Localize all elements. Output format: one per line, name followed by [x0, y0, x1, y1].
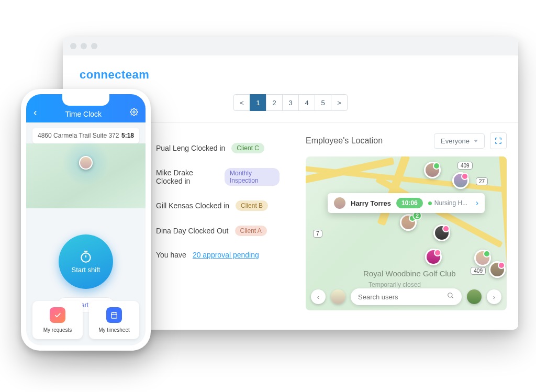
- panel-title: Employee's Location: [306, 136, 383, 145]
- tooltip-time: 10:06: [396, 198, 423, 208]
- route-shield: 7: [313, 230, 322, 238]
- employee-pin[interactable]: [452, 172, 469, 189]
- chevron-right-icon[interactable]: ›: [476, 198, 478, 208]
- search-icon: [447, 292, 454, 301]
- tooltip-name: Harry Torres: [351, 199, 391, 207]
- tile-label: My requests: [43, 327, 72, 333]
- screen-title: Time Clock: [65, 110, 102, 118]
- feed-text: Mike Drake Clocked in: [156, 169, 218, 185]
- svg-point-0: [448, 293, 452, 297]
- employee-pin[interactable]: [424, 162, 441, 178]
- route-shield: 409: [471, 267, 486, 275]
- feed-chip: Client C: [231, 143, 264, 153]
- carousel-prev[interactable]: ‹: [311, 289, 326, 304]
- settings-icon[interactable]: [130, 108, 138, 118]
- window-close-dot[interactable]: [70, 43, 76, 49]
- pager-next[interactable]: >: [331, 94, 348, 111]
- employee-tooltip[interactable]: Harry Torres 10:06 Nursing H... ›: [328, 193, 485, 213]
- my-location-pin[interactable]: [79, 156, 93, 170]
- elapsed-time: 5:18: [121, 132, 134, 139]
- address-text: 4860 Carmela Trail Suite 372: [38, 132, 119, 139]
- start-shift-button[interactable]: Start shift: [59, 234, 113, 289]
- feed-text: Gill Kensas Clocked in: [156, 201, 229, 210]
- window-min-dot[interactable]: [81, 43, 87, 49]
- feed-footer-text: You have: [156, 251, 186, 259]
- phone-map[interactable]: [26, 143, 146, 208]
- pager-page-4[interactable]: 4: [298, 94, 315, 111]
- route-shield: 409: [457, 162, 473, 170]
- pager-page-1[interactable]: 1: [250, 94, 266, 111]
- back-button[interactable]: ‹: [34, 106, 37, 118]
- pager-page-5[interactable]: 5: [315, 94, 331, 111]
- feed-text: Pual Leng Clocked in: [156, 144, 225, 152]
- route-shield: 27: [476, 177, 488, 185]
- map[interactable]: 409 27 7 409 Royal Woodbine Golf Club Te…: [306, 156, 507, 310]
- pager-prev[interactable]: <: [233, 94, 250, 111]
- employee-pin[interactable]: [474, 250, 491, 266]
- checkmark-icon: [50, 307, 65, 323]
- svg-point-1: [133, 111, 135, 113]
- search-users-input[interactable]: [351, 288, 462, 305]
- phone-mockup: ‹ Time Clock 4860 Carmela Trail Suite 37…: [21, 89, 151, 351]
- feed-chip: Monthly Inspection: [225, 168, 280, 186]
- feed-chip: Client A: [235, 226, 267, 236]
- calendar-icon: [106, 307, 122, 323]
- feed-chip: Client B: [236, 200, 268, 211]
- expand-button[interactable]: [490, 132, 507, 149]
- filter-label: Everyone: [441, 137, 470, 145]
- map-user-carousel: ‹ ›: [311, 288, 501, 305]
- phone-notch: [62, 94, 109, 106]
- employee-pin[interactable]: [489, 261, 506, 278]
- window-max-dot[interactable]: [91, 43, 97, 49]
- start-shift-label: Start shift: [72, 266, 100, 274]
- pager-page-2[interactable]: 2: [266, 94, 283, 111]
- employee-location-panel: Employee's Location Everyone: [294, 123, 518, 330]
- carousel-next[interactable]: ›: [487, 289, 501, 304]
- tooltip-location: Nursing H...: [428, 199, 471, 207]
- brand-logo: connecteam: [63, 55, 518, 90]
- employee-pin[interactable]: [425, 249, 442, 265]
- browser-titlebar: [63, 37, 518, 55]
- pager-page-3[interactable]: 3: [282, 94, 299, 111]
- map-poi-sub: Temporarily closed: [368, 281, 421, 288]
- stopwatch-icon: [79, 250, 93, 264]
- chevron-down-icon: [474, 140, 478, 142]
- carousel-avatar[interactable]: [467, 289, 482, 304]
- svg-rect-3: [111, 312, 117, 318]
- employee-pin[interactable]: [433, 225, 450, 241]
- my-requests-tile[interactable]: My requests: [32, 301, 83, 339]
- filter-select[interactable]: Everyone: [434, 133, 485, 149]
- carousel-avatar[interactable]: [331, 289, 345, 304]
- approval-pending-link[interactable]: 20 approval pending: [193, 251, 259, 259]
- tile-label: My timesheet: [98, 327, 129, 333]
- avatar: [334, 197, 345, 209]
- my-timesheet-tile[interactable]: My timesheet: [89, 301, 139, 339]
- map-poi-label: Royal Woodbine Golf Club: [363, 269, 455, 278]
- feed-text: Dina Day Clocked Out: [156, 227, 229, 235]
- search-input-field[interactable]: [358, 293, 447, 301]
